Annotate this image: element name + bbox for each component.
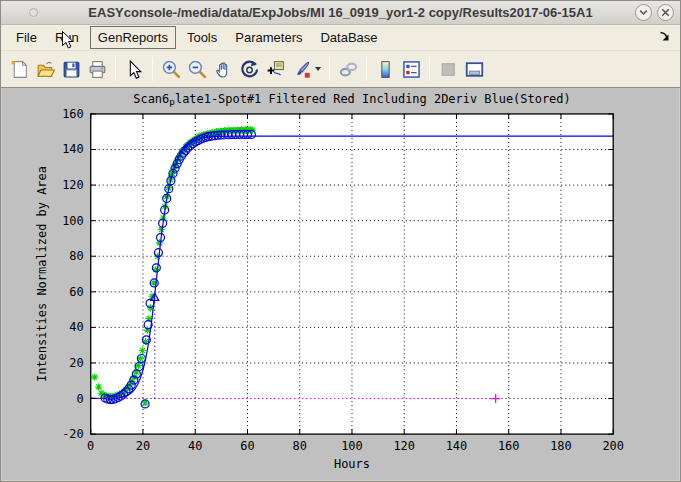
toolbar-separator	[115, 57, 116, 81]
new-file-icon	[9, 59, 30, 80]
pan-icon	[213, 59, 234, 80]
save-icon	[61, 59, 82, 80]
print-icon	[87, 59, 108, 80]
svg-text:20: 20	[69, 356, 83, 370]
toolbar	[1, 51, 680, 88]
toolbar-separator	[429, 57, 430, 81]
svg-text:40: 40	[69, 320, 83, 334]
svg-text:120: 120	[62, 178, 84, 192]
svg-text:180: 180	[550, 439, 572, 453]
save-button[interactable]	[58, 56, 84, 82]
svg-text:60: 60	[69, 285, 83, 299]
zoom-out-button[interactable]	[184, 56, 210, 82]
insert-colorbar-button[interactable]	[372, 56, 398, 82]
app-window: EASYconsole-/media/data/ExpJobs/MI 16_09…	[0, 0, 681, 482]
close-button[interactable]	[657, 4, 674, 21]
svg-text:120: 120	[393, 439, 415, 453]
rotate-3d-button[interactable]	[236, 56, 262, 82]
toolbar-separator	[366, 57, 367, 81]
svg-text:0: 0	[87, 439, 94, 453]
new-file-button[interactable]	[6, 56, 32, 82]
data-cursor-icon	[265, 59, 286, 80]
chart-title: Scan6plate1-Spot#1 Filtered Red Includin…	[133, 92, 570, 107]
open-file-icon	[35, 59, 56, 80]
data-cursor-button[interactable]	[262, 56, 288, 82]
print-button[interactable]	[84, 56, 110, 82]
link-plot-button[interactable]	[335, 56, 361, 82]
plot-canvas[interactable]: 020406080100120140160180200-200204060801…	[2, 88, 679, 480]
svg-text:80: 80	[69, 249, 83, 263]
menubar: FileRunGenReportsToolsParametersDataBase	[1, 25, 680, 51]
figure-area: 020406080100120140160180200-200204060801…	[1, 88, 680, 481]
menu-item-run[interactable]: Run	[48, 27, 86, 48]
chevron-down-icon	[636, 5, 651, 20]
menu-item-file[interactable]: File	[9, 27, 44, 48]
svg-text:160: 160	[498, 439, 520, 453]
hide-plot-tools-button	[435, 56, 461, 82]
x-axis-label: Hours	[334, 457, 370, 471]
dock-figure-arrow-icon[interactable]	[658, 30, 672, 44]
titlebar[interactable]: EASYconsole-/media/data/ExpJobs/MI 16_09…	[1, 1, 680, 25]
svg-text:40: 40	[188, 439, 202, 453]
svg-text:80: 80	[293, 439, 307, 453]
brush-icon	[291, 59, 312, 80]
zoom-in-icon	[161, 59, 182, 80]
insert-colorbar-icon	[375, 59, 396, 80]
hide-plot-tools-icon	[438, 59, 459, 80]
svg-text:0: 0	[77, 392, 84, 406]
window-title: EASYconsole-/media/data/ExpJobs/MI 16_09…	[1, 5, 680, 20]
svg-text:100: 100	[341, 439, 363, 453]
svg-text:20: 20	[136, 439, 150, 453]
svg-text:140: 140	[62, 142, 84, 156]
pan-button[interactable]	[210, 56, 236, 82]
menu-item-genreports[interactable]: GenReports	[90, 26, 176, 49]
menu-item-database[interactable]: DataBase	[313, 27, 384, 48]
svg-text:100: 100	[62, 214, 84, 228]
close-icon	[658, 5, 673, 20]
svg-text:140: 140	[446, 439, 468, 453]
svg-text:-20: -20	[62, 427, 84, 441]
rotate-3d-icon	[239, 59, 260, 80]
pointer-button[interactable]	[121, 56, 147, 82]
brush-button[interactable]	[288, 56, 314, 82]
toolbar-separator	[152, 57, 153, 81]
open-file-button[interactable]	[32, 56, 58, 82]
menu-item-parameters[interactable]: Parameters	[228, 27, 309, 48]
menu-item-tools[interactable]: Tools	[180, 27, 224, 48]
y-axis-label: Intensities Normalized by Area	[35, 166, 49, 382]
svg-text:200: 200	[602, 439, 624, 453]
window-menu-icon[interactable]	[29, 8, 38, 17]
svg-text:160: 160	[62, 107, 84, 121]
zoom-in-button[interactable]	[158, 56, 184, 82]
link-plot-icon	[338, 59, 359, 80]
toolbar-separator	[329, 57, 330, 81]
insert-legend-icon	[401, 59, 422, 80]
svg-text:60: 60	[240, 439, 254, 453]
insert-legend-button[interactable]	[398, 56, 424, 82]
show-plot-tools-button[interactable]	[461, 56, 487, 82]
pointer-icon	[124, 59, 145, 80]
show-plot-tools-icon	[464, 59, 485, 80]
shade-button[interactable]	[635, 4, 652, 21]
window-controls	[635, 4, 674, 21]
brush-dropdown-caret[interactable]	[315, 67, 321, 71]
zoom-out-icon	[187, 59, 208, 80]
